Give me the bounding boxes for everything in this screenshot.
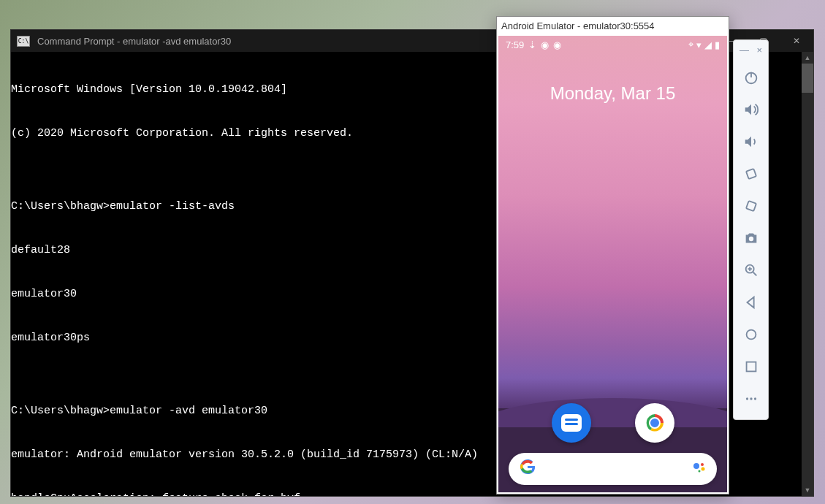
globe-icon: ◉ (553, 39, 561, 50)
assistant-icon[interactable] (692, 460, 707, 478)
zoom-button[interactable] (734, 254, 768, 286)
emulator-toolbar: — × (733, 39, 769, 420)
google-search-bar[interactable] (509, 453, 717, 485)
scrollbar-down-icon[interactable]: ▼ (802, 484, 813, 496)
chrome-app-icon[interactable] (635, 403, 674, 443)
home-button[interactable] (734, 318, 768, 351)
svg-point-19 (750, 397, 752, 400)
scrollbar-up-icon[interactable]: ▲ (802, 52, 813, 64)
emulator-title: Android Emulator - emulator30:5554 (501, 20, 655, 31)
svg-point-3 (693, 463, 699, 469)
emulator-minimize-button[interactable]: — (740, 45, 749, 56)
svg-rect-17 (746, 362, 756, 372)
messages-app-icon[interactable] (552, 403, 591, 443)
close-button[interactable]: ✕ (780, 30, 813, 52)
status-time: 7:59 (506, 39, 524, 50)
location-icon: ⌖ (688, 39, 693, 50)
globe-icon: ◉ (541, 39, 549, 50)
home-date[interactable]: Monday, Mar 15 (498, 83, 727, 104)
emulator-titlebar[interactable]: Android Emulator - emulator30:5554 (497, 17, 729, 34)
home-dock (498, 403, 727, 443)
rotate-left-button[interactable] (734, 158, 768, 190)
overview-button[interactable] (734, 351, 768, 383)
wifi-icon: ▾ (696, 39, 702, 50)
emulator-screen[interactable]: 7:59 ⇣ ◉ ◉ ⌖ ▾ ◢ ▮ Monday, Mar 15 (498, 36, 727, 492)
volume-down-button[interactable] (734, 126, 768, 158)
camera-button[interactable] (734, 222, 768, 254)
svg-line-13 (753, 272, 756, 276)
status-left: 7:59 ⇣ ◉ ◉ (506, 39, 561, 50)
cmd-app-icon: C:\ (17, 36, 30, 47)
volume-up-button[interactable] (734, 93, 768, 126)
android-statusbar[interactable]: 7:59 ⇣ ◉ ◉ ⌖ ▾ ◢ ▮ (498, 36, 727, 53)
google-logo-icon (519, 458, 536, 480)
rotate-right-button[interactable] (734, 190, 768, 222)
status-right: ⌖ ▾ ◢ ▮ (688, 39, 720, 50)
back-button[interactable] (734, 286, 768, 318)
svg-point-16 (746, 330, 756, 340)
download-icon: ⇣ (528, 39, 536, 50)
svg-point-18 (745, 397, 748, 400)
svg-rect-9 (745, 169, 756, 179)
cmd-scrollbar[interactable]: ▲ ▼ (802, 52, 813, 496)
svg-point-5 (702, 467, 705, 471)
signal-icon: ◢ (704, 39, 712, 50)
more-button[interactable] (734, 383, 768, 415)
svg-point-6 (699, 470, 701, 473)
svg-point-20 (753, 397, 756, 400)
svg-point-4 (701, 463, 704, 466)
android-emulator-window: Android Emulator - emulator30:5554 7:59 … (496, 16, 729, 495)
power-button[interactable] (734, 61, 768, 93)
emulator-close-button[interactable]: × (756, 45, 762, 56)
svg-rect-10 (745, 201, 756, 211)
svg-point-11 (748, 237, 753, 241)
scrollbar-thumb[interactable] (802, 64, 813, 93)
battery-icon: ▮ (715, 39, 720, 50)
